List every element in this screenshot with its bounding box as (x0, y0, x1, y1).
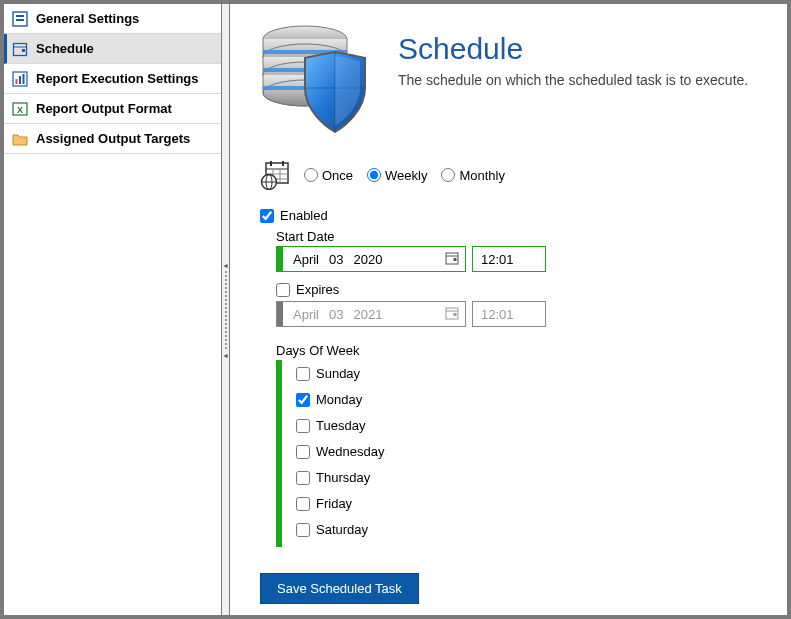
dow-label: Sunday (316, 366, 360, 381)
expires-time-input[interactable]: 12:01 (472, 301, 546, 327)
sidebar-item-report-execution[interactable]: Report Execution Settings (4, 64, 221, 94)
svg-rect-8 (19, 76, 21, 84)
dow-wednesday[interactable]: Wednesday (296, 444, 757, 459)
app-window: General Settings Schedule Report Executi… (0, 0, 791, 619)
checkbox-saturday[interactable] (296, 523, 310, 537)
expires-label: Expires (296, 282, 339, 297)
svg-rect-5 (22, 49, 25, 52)
svg-rect-9 (23, 74, 25, 84)
save-scheduled-task-button[interactable]: Save Scheduled Task (260, 573, 419, 604)
checkbox-sunday[interactable] (296, 367, 310, 381)
start-date-label: Start Date (276, 229, 757, 244)
dow-label: Wednesday (316, 444, 384, 459)
sidebar-item-label: Schedule (36, 41, 94, 56)
start-time-value: 12:01 (481, 252, 514, 267)
dow-friday[interactable]: Friday (296, 496, 757, 511)
frequency-weekly[interactable]: Weekly (367, 168, 427, 183)
expires-date-year: 2021 (353, 307, 382, 322)
sidebar-item-label: Assigned Output Targets (36, 131, 190, 146)
svg-rect-35 (454, 313, 457, 316)
expires-time-value: 12:01 (481, 307, 514, 322)
folder-icon (12, 131, 28, 147)
expires-date-row: April 03 2021 12:01 (276, 301, 757, 327)
frequency-row: Once Weekly Monthly (260, 160, 757, 190)
svg-rect-26 (282, 161, 284, 166)
sidebar-item-schedule[interactable]: Schedule (4, 34, 221, 64)
settings-icon (12, 11, 28, 27)
checkbox-monday[interactable] (296, 393, 310, 407)
dow-tuesday[interactable]: Tuesday (296, 418, 757, 433)
sidebar: General Settings Schedule Report Executi… (4, 4, 222, 615)
dow-saturday[interactable]: Saturday (296, 522, 757, 537)
start-time-input[interactable]: 12:01 (472, 246, 546, 272)
expires-checkbox-row[interactable]: Expires (276, 282, 757, 297)
sidebar-item-report-output-format[interactable]: X Report Output Format (4, 94, 221, 124)
frequency-monthly[interactable]: Monthly (441, 168, 505, 183)
dow-label: Monday (316, 392, 362, 407)
calendar-picker-icon[interactable] (439, 306, 465, 323)
start-date-picker[interactable]: April 03 2020 (276, 246, 466, 272)
svg-text:X: X (17, 105, 23, 115)
dow-label: Saturday (316, 522, 368, 537)
enabled-checkbox-row[interactable]: Enabled (260, 208, 757, 223)
dow-sunday[interactable]: Sunday (296, 366, 757, 381)
expires-date-day: 03 (329, 307, 343, 322)
radio-monthly[interactable] (441, 168, 455, 182)
days-of-week-section: Days Of Week Sunday Monday Tuesday Wedne… (276, 343, 757, 547)
svg-rect-25 (270, 161, 272, 166)
schedule-hero-icon (250, 14, 380, 144)
start-date-month: April (293, 252, 319, 267)
expires-date-picker[interactable]: April 03 2021 (276, 301, 466, 327)
dow-monday[interactable]: Monday (296, 392, 757, 407)
content-area: Once Weekly Monthly Enabled Start Date (230, 144, 787, 614)
days-of-week-label: Days Of Week (276, 343, 757, 358)
start-date-row: April 03 2020 12:01 (276, 246, 757, 272)
main-panel: Schedule The schedule on which the sched… (230, 4, 787, 615)
dow-label: Tuesday (316, 418, 365, 433)
calendar-picker-icon[interactable] (439, 251, 465, 268)
checkbox-friday[interactable] (296, 497, 310, 511)
checkbox-tuesday[interactable] (296, 419, 310, 433)
calendar-globe-icon (260, 160, 290, 190)
sidebar-item-label: Report Output Format (36, 101, 172, 116)
splitter-handle[interactable]: ◄ ◄ (222, 4, 230, 615)
sidebar-item-assigned-output-targets[interactable]: Assigned Output Targets (4, 124, 221, 154)
page-subtitle: The schedule on which the scheduled task… (398, 72, 748, 88)
grip-dots (224, 270, 228, 350)
chevron-left-icon: ◄ (222, 262, 229, 269)
chevron-left-icon: ◄ (222, 352, 229, 359)
header-text: Schedule The schedule on which the sched… (398, 14, 748, 88)
radio-once[interactable] (304, 168, 318, 182)
start-date-day: 03 (329, 252, 343, 267)
calendar-icon (12, 41, 28, 57)
svg-rect-1 (16, 15, 24, 17)
enabled-label: Enabled (280, 208, 328, 223)
start-date-year: 2020 (353, 252, 382, 267)
frequency-once[interactable]: Once (304, 168, 353, 183)
expires-checkbox[interactable] (276, 283, 290, 297)
checkbox-wednesday[interactable] (296, 445, 310, 459)
enabled-checkbox[interactable] (260, 209, 274, 223)
chart-icon (12, 71, 28, 87)
dow-label: Friday (316, 496, 352, 511)
expires-date-month: April (293, 307, 319, 322)
checkbox-thursday[interactable] (296, 471, 310, 485)
excel-icon: X (12, 101, 28, 117)
days-of-week-box: Sunday Monday Tuesday Wednesday Thursday… (276, 360, 757, 547)
svg-rect-2 (16, 19, 24, 21)
radio-weekly[interactable] (367, 168, 381, 182)
sidebar-item-general-settings[interactable]: General Settings (4, 4, 221, 34)
dow-thursday[interactable]: Thursday (296, 470, 757, 485)
radio-label: Monthly (459, 168, 505, 183)
page-title: Schedule (398, 32, 748, 66)
page-header: Schedule The schedule on which the sched… (230, 4, 787, 144)
dow-label: Thursday (316, 470, 370, 485)
svg-rect-7 (16, 79, 18, 84)
sidebar-item-label: General Settings (36, 11, 139, 26)
radio-label: Once (322, 168, 353, 183)
radio-label: Weekly (385, 168, 427, 183)
svg-rect-32 (454, 258, 457, 261)
sidebar-item-label: Report Execution Settings (36, 71, 199, 86)
